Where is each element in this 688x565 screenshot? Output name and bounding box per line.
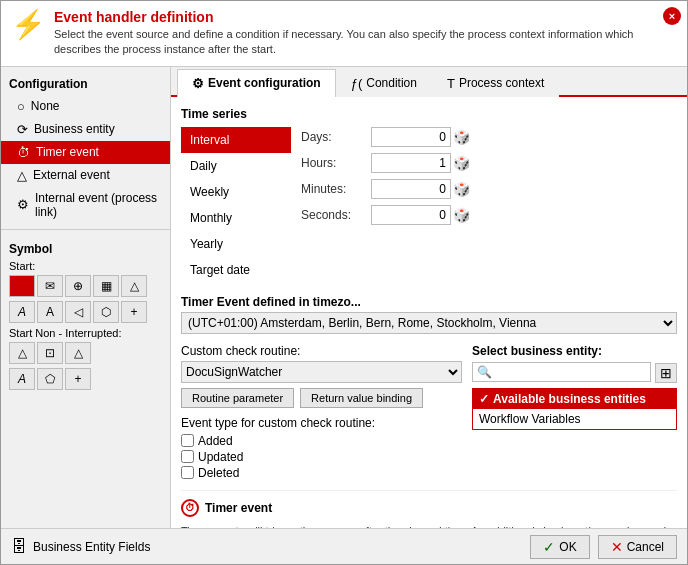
ni-icon-a[interactable]: A xyxy=(9,368,35,390)
ni-icon-2[interactable]: ⊡ xyxy=(37,342,63,364)
time-series-label: Time series xyxy=(181,107,677,121)
cancel-label: Cancel xyxy=(627,540,664,554)
start-icon-triangle[interactable]: △ xyxy=(121,275,147,297)
deleted-checkbox[interactable] xyxy=(181,466,194,479)
timezone-select[interactable]: (UTC+01:00) Amsterdam, Berlin, Bern, Rom… xyxy=(181,312,677,334)
added-checkbox[interactable] xyxy=(181,434,194,447)
start-icon-mail[interactable]: ✉ xyxy=(37,275,63,297)
entity-list-item-workflow[interactable]: Workflow Variables xyxy=(473,409,676,429)
tab-event-configuration[interactable]: ⚙ Event configuration xyxy=(177,69,336,97)
days-row: Days: 🎲 xyxy=(301,127,677,147)
sidebar-item-none[interactable]: ○ None xyxy=(1,95,170,118)
sidebar-internal-event-label: Internal event (process link) xyxy=(35,191,162,219)
ni-icon-3[interactable]: △ xyxy=(65,342,91,364)
start-non-interrupted-label: Start Non - Interrupted: xyxy=(9,327,162,339)
start-icon-plus[interactable]: + xyxy=(121,301,147,323)
symbol-title: Symbol xyxy=(9,242,162,256)
cancel-button[interactable]: ✕ Cancel xyxy=(598,535,677,559)
timer-event-header: ⏱ Timer event xyxy=(181,499,677,517)
tab-event-configuration-label: Event configuration xyxy=(208,76,321,90)
dialog: ⚡ Event handler definition Select the ev… xyxy=(0,0,688,565)
start-icon-circle-plus[interactable]: ⊕ xyxy=(65,275,91,297)
added-label: Added xyxy=(198,434,233,448)
checkbox-updated: Updated xyxy=(181,450,462,464)
time-series-interval[interactable]: Interval xyxy=(181,127,291,153)
sidebar-business-entity-label: Business entity xyxy=(34,122,115,136)
time-series-daily[interactable]: Daily xyxy=(181,153,291,179)
sidebar-item-timer-event[interactable]: ⏱ Timer event xyxy=(1,141,170,164)
time-series-target-date[interactable]: Target date xyxy=(181,257,291,283)
seconds-spinner[interactable]: 🎲 xyxy=(453,207,470,223)
custom-check-title: Custom check routine: xyxy=(181,344,462,358)
timer-event-title: Timer event xyxy=(205,501,272,515)
ni-icon-1[interactable]: △ xyxy=(9,342,35,364)
timer-event-icon: ⏱ xyxy=(17,145,30,160)
close-button[interactable]: × xyxy=(663,7,681,25)
routine-btn-row: Routine parameter Return value binding xyxy=(181,388,462,408)
ok-button[interactable]: ✓ OK xyxy=(530,535,589,559)
hours-row: Hours: 🎲 xyxy=(301,153,677,173)
entity-search-input[interactable] xyxy=(496,365,646,379)
updated-checkbox[interactable] xyxy=(181,450,194,463)
routine-parameter-button[interactable]: Routine parameter xyxy=(181,388,294,408)
ni-icon-plus[interactable]: + xyxy=(65,368,91,390)
entity-search-row: 🔍 ⊞ xyxy=(472,362,677,384)
bottom-section: Custom check routine: DocuSignWatcher Ro… xyxy=(181,344,677,528)
minutes-row: Minutes: 🎲 xyxy=(301,179,677,199)
available-entities-header: ✓ Available business entities xyxy=(473,389,676,409)
days-input[interactable] xyxy=(371,127,451,147)
dialog-header: ⚡ Event handler definition Select the ev… xyxy=(1,1,687,67)
tab-condition[interactable]: ƒ( Condition xyxy=(336,69,432,97)
sidebar-item-internal-event[interactable]: ⚙ Internal event (process link) xyxy=(1,187,170,223)
time-series-section: Interval Daily Weekly Monthly Yearly xyxy=(181,127,677,283)
hours-input[interactable] xyxy=(371,153,451,173)
footer-database-icon: 🗄 xyxy=(11,538,27,556)
non-interrupted-icon-grid: △ ⊡ △ xyxy=(9,342,162,364)
hours-spinner[interactable]: 🎲 xyxy=(453,155,470,171)
sidebar-external-event-label: External event xyxy=(33,168,110,182)
time-series-weekly[interactable]: Weekly xyxy=(181,179,291,205)
start-icon-a2[interactable]: A xyxy=(37,301,63,323)
time-series-yearly[interactable]: Yearly xyxy=(181,231,291,257)
start-icon-hex[interactable]: ⬡ xyxy=(93,301,119,323)
minutes-input[interactable] xyxy=(371,179,451,199)
tab-process-context[interactable]: T Process context xyxy=(432,69,559,97)
deleted-label: Deleted xyxy=(198,466,239,480)
entity-search-container[interactable]: 🔍 xyxy=(472,362,651,382)
custom-check-select[interactable]: DocuSignWatcher xyxy=(181,361,462,383)
time-series-list: Interval Daily Weekly Monthly Yearly xyxy=(181,127,291,283)
ni-icon-hex[interactable]: ⬠ xyxy=(37,368,63,390)
sidebar-item-external-event[interactable]: △ External event xyxy=(1,164,170,187)
start-icon-grid[interactable]: ▦ xyxy=(93,275,119,297)
dialog-description: Select the event source and define a con… xyxy=(54,27,677,58)
custom-check-panel: Custom check routine: DocuSignWatcher Ro… xyxy=(181,344,462,482)
dialog-title: Event handler definition xyxy=(54,9,677,25)
ok-icon: ✓ xyxy=(543,539,555,555)
start-label: Start: xyxy=(9,260,162,272)
start-icon-back[interactable]: ◁ xyxy=(65,301,91,323)
event-config-tab-icon: ⚙ xyxy=(192,76,204,91)
qr-button[interactable]: ⊞ xyxy=(655,363,677,383)
time-series-monthly[interactable]: Monthly xyxy=(181,205,291,231)
condition-tab-icon: ƒ( xyxy=(351,76,363,91)
hours-label: Hours: xyxy=(301,156,371,170)
business-entity-panel: Select business entity: 🔍 ⊞ ✓ xyxy=(472,344,677,482)
seconds-input[interactable] xyxy=(371,205,451,225)
start-icon-red[interactable] xyxy=(9,275,35,297)
start-icon-grid-2: A A ◁ ⬡ + xyxy=(9,301,162,323)
sidebar-section-title: Configuration xyxy=(1,73,170,95)
check-icon: ✓ xyxy=(479,392,489,406)
tab-content-event-configuration: Time series Interval Daily Weekly xyxy=(171,97,687,528)
updated-label: Updated xyxy=(198,450,243,464)
dialog-body: Configuration ○ None ⟳ Business entity ⏱… xyxy=(1,67,687,528)
start-icon-a1[interactable]: A xyxy=(9,301,35,323)
minutes-spinner[interactable]: 🎲 xyxy=(453,181,470,197)
sidebar-divider xyxy=(1,229,170,230)
return-value-button[interactable]: Return value binding xyxy=(300,388,423,408)
sidebar-item-business-entity[interactable]: ⟳ Business entity xyxy=(1,118,170,141)
timer-defined-label: Timer Event defined in timezo... xyxy=(181,295,677,309)
days-spinner[interactable]: 🎲 xyxy=(453,129,470,145)
checkbox-deleted: Deleted xyxy=(181,466,462,480)
business-entity-fields-link[interactable]: 🗄 Business Entity Fields xyxy=(11,538,150,556)
symbol-section: Symbol Start: ✉ ⊕ ▦ △ A A ◁ ⬡ + Start No… xyxy=(1,236,170,400)
